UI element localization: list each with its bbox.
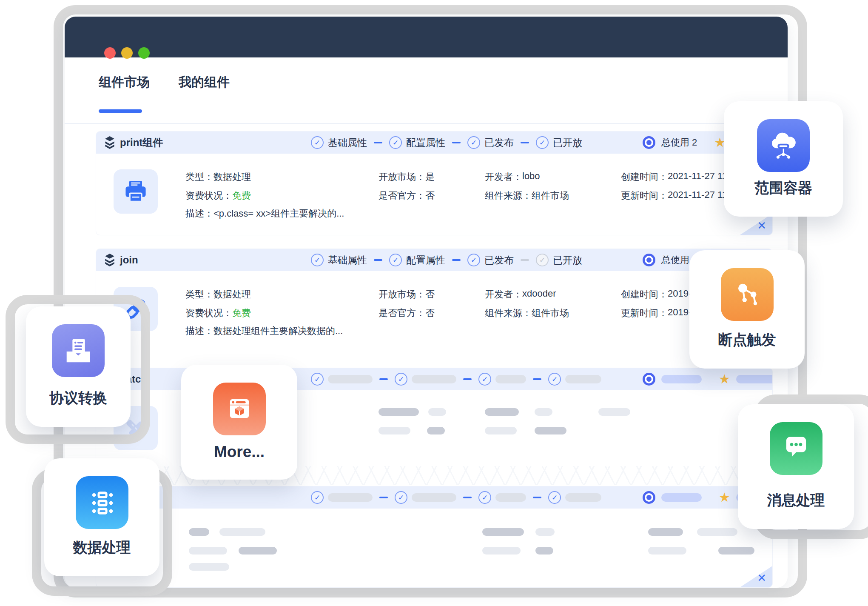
- skeleton-pill: [428, 408, 446, 416]
- printer-icon: [123, 179, 148, 204]
- field-label: 开放市场：: [379, 171, 425, 183]
- skeleton-pill: [379, 427, 410, 434]
- skeleton-pill: [485, 427, 517, 434]
- status-steps-skeleton: ✓ ✓ ✓ ✓: [311, 486, 601, 509]
- tab-my-components[interactable]: 我的组件: [179, 74, 230, 91]
- skeleton-pill: [718, 547, 754, 555]
- close-icon[interactable]: ✕: [757, 219, 766, 232]
- field-label: 创建时间：: [621, 288, 668, 301]
- floating-card-more[interactable]: More...: [181, 365, 297, 480]
- inbox-doc-icon: [52, 324, 105, 377]
- component-name: join: [120, 254, 138, 266]
- field-value: lobo: [522, 171, 540, 183]
- usage-eye-icon: [643, 254, 655, 266]
- step-connector: [379, 497, 388, 498]
- component-card-join[interactable]: join ✓ 基础属性 ✓ 配置属性 ✓ 已发布 ✓ 已开放 总使用 6 ★ 总…: [96, 249, 773, 353]
- step-label: 已开放: [553, 254, 582, 267]
- skeleton-pill: [535, 427, 566, 434]
- floating-card-breakpoint-trigger[interactable]: 断点触发: [689, 250, 805, 369]
- check-circle-icon: ✓: [395, 373, 407, 386]
- floating-card-data-processing[interactable]: 数据处理: [44, 458, 159, 576]
- skeleton-pill: [239, 547, 277, 555]
- check-circle-icon: ✓: [548, 491, 561, 504]
- maximize-traffic-light[interactable]: [138, 47, 150, 59]
- close-traffic-light[interactable]: [104, 47, 116, 59]
- screenshot-root: 组件市场 我的组件 print组件 ✓ 基础属性 ✓ 配置属性: [0, 0, 868, 606]
- step-connector: [463, 497, 472, 498]
- field-label: 更新时间：: [621, 189, 668, 202]
- skeleton-pill: [427, 427, 445, 434]
- field-label: 开发者：: [485, 171, 522, 183]
- step-connector: [452, 142, 461, 143]
- step-connector: [521, 142, 529, 143]
- field-label: 描述：: [185, 325, 213, 337]
- card-close-corner[interactable]: [740, 214, 772, 235]
- field-label: 类型：: [185, 171, 213, 183]
- stat-skeleton-pill: [661, 375, 702, 383]
- step-skeleton-pill: [328, 375, 373, 383]
- field-label: 组件来源：: [485, 307, 532, 320]
- window-titlebar: [65, 17, 788, 57]
- tab-bar: 组件市场 我的组件: [65, 57, 788, 124]
- floating-card-label: More...: [181, 443, 297, 461]
- field-value: 是: [425, 171, 435, 183]
- skeleton-pill: [535, 547, 553, 555]
- check-circle-icon: ✓: [311, 136, 324, 149]
- step-connector: [463, 378, 472, 380]
- step-label: 已开放: [553, 136, 582, 149]
- field-value: 否: [425, 307, 435, 320]
- field-value: 组件市场: [532, 307, 569, 320]
- layers-icon: [105, 254, 115, 266]
- cloud-network-icon: [757, 119, 810, 172]
- browser-cube-icon: [213, 383, 266, 435]
- card-close-corner[interactable]: [740, 566, 772, 587]
- tab-component-market[interactable]: 组件市场: [99, 74, 150, 91]
- skeleton-pill: [697, 528, 737, 536]
- floating-card-label: 协议转换: [26, 389, 131, 408]
- app-window: 组件市场 我的组件 print组件 ✓ 基础属性 ✓ 配置属性: [65, 17, 788, 588]
- check-circle-icon: ✓: [467, 254, 480, 266]
- field-value: 否: [425, 288, 435, 301]
- step-connector: [452, 259, 461, 261]
- field-label: 资费状况：: [185, 189, 232, 202]
- check-circle-icon: ✓: [311, 373, 324, 386]
- field-value: xdooder: [522, 288, 556, 301]
- floating-card-protocol-convert[interactable]: 协议转换: [26, 306, 131, 427]
- field-label: 更新时间：: [621, 307, 668, 320]
- skeleton-pill: [482, 528, 524, 536]
- component-card-skeleton[interactable]: ✓ ✓ ✓ ✓ ★ ✕: [96, 486, 773, 588]
- rating-star-icon: ★: [719, 491, 730, 504]
- skeleton-pill: [379, 408, 419, 416]
- check-circle-icon: ✓: [467, 136, 480, 149]
- step-connector: [521, 259, 529, 261]
- field-value: 数据处理: [213, 171, 251, 183]
- minimize-traffic-light[interactable]: [121, 47, 133, 59]
- check-circle-icon: ✓: [389, 254, 402, 266]
- description-value: 数据处理组件主要解决数据的...: [213, 325, 343, 337]
- floating-card-message-processing[interactable]: 消息处理: [738, 404, 854, 529]
- usage-count: 总使用 2: [661, 136, 697, 149]
- step-label: 基础属性: [328, 254, 367, 267]
- card-stats-skeleton: ★: [643, 368, 773, 390]
- fee-value: 免费: [232, 189, 251, 202]
- skeleton-pill: [189, 528, 209, 536]
- close-icon[interactable]: ✕: [757, 572, 766, 585]
- field-label: 描述：: [185, 207, 213, 220]
- field-value: 数据处理: [213, 288, 251, 301]
- field-value: 否: [425, 189, 435, 202]
- skeleton-pill: [535, 408, 552, 416]
- field-label: 是否官方：: [379, 189, 425, 202]
- step-connector: [379, 378, 388, 380]
- component-card-print[interactable]: print组件 ✓ 基础属性 ✓ 配置属性 ✓ 已发布 ✓ 已开放 总使用 2 …: [96, 131, 773, 235]
- step-label: 已发布: [484, 136, 514, 149]
- check-circle-icon: ✓: [389, 136, 402, 149]
- floating-card-scope-container[interactable]: 范围容器: [724, 101, 843, 217]
- skeleton-pill: [598, 408, 630, 416]
- step-connector: [374, 259, 382, 261]
- description-value: <p.class= xx>组件主要解决的...: [213, 207, 344, 220]
- field-label: 资费状况：: [185, 307, 232, 320]
- field-label: 类型：: [185, 288, 213, 301]
- floating-card-label: 范围容器: [724, 178, 843, 198]
- usage-eye-icon: [643, 491, 655, 504]
- skeleton-pill: [648, 528, 683, 536]
